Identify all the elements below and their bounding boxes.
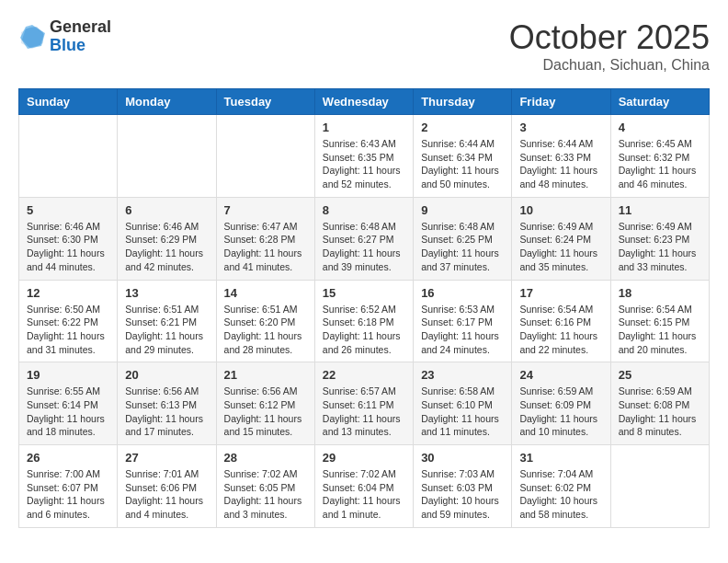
- day-number: 10: [519, 203, 602, 217]
- day-number: 19: [27, 368, 109, 382]
- calendar-cell: 23Sunrise: 6:58 AM Sunset: 6:10 PM Dayli…: [414, 362, 512, 445]
- calendar-cell: 18Sunrise: 6:54 AM Sunset: 6:15 PM Dayli…: [610, 280, 709, 362]
- day-number: 5: [27, 203, 109, 217]
- day-info: Sunrise: 6:49 AM Sunset: 6:24 PM Dayligh…: [519, 220, 602, 274]
- location: Dachuan, Sichuan, China: [509, 57, 710, 74]
- day-number: 3: [519, 121, 602, 134]
- calendar-cell: 31Sunrise: 7:04 AM Sunset: 6:02 PM Dayli…: [512, 445, 610, 528]
- day-info: Sunrise: 6:56 AM Sunset: 6:13 PM Dayligh…: [125, 385, 208, 439]
- day-of-week-header: Saturday: [610, 89, 709, 115]
- calendar-cell: [19, 115, 118, 198]
- calendar-cell: 16Sunrise: 6:53 AM Sunset: 6:17 PM Dayli…: [414, 280, 512, 362]
- day-info: Sunrise: 6:48 AM Sunset: 6:25 PM Dayligh…: [421, 220, 504, 274]
- calendar-week-row: 12Sunrise: 6:50 AM Sunset: 6:22 PM Dayli…: [19, 280, 710, 362]
- day-info: Sunrise: 6:44 AM Sunset: 6:34 PM Dayligh…: [421, 137, 504, 191]
- day-info: Sunrise: 6:46 AM Sunset: 6:29 PM Dayligh…: [125, 220, 208, 274]
- day-info: Sunrise: 6:54 AM Sunset: 6:15 PM Dayligh…: [619, 303, 701, 357]
- day-info: Sunrise: 6:56 AM Sunset: 6:12 PM Dayligh…: [224, 385, 307, 439]
- day-info: Sunrise: 7:01 AM Sunset: 6:06 PM Dayligh…: [125, 467, 208, 522]
- calendar-cell: 26Sunrise: 7:00 AM Sunset: 6:07 PM Dayli…: [19, 445, 118, 528]
- day-info: Sunrise: 6:52 AM Sunset: 6:18 PM Dayligh…: [323, 303, 405, 357]
- calendar-cell: 14Sunrise: 6:51 AM Sunset: 6:20 PM Dayli…: [216, 280, 314, 362]
- day-number: 9: [421, 203, 504, 217]
- svg-marker-2: [20, 25, 45, 49]
- day-info: Sunrise: 6:55 AM Sunset: 6:14 PM Dayligh…: [27, 385, 109, 439]
- day-info: Sunrise: 6:57 AM Sunset: 6:11 PM Dayligh…: [323, 385, 405, 439]
- day-info: Sunrise: 6:48 AM Sunset: 6:27 PM Dayligh…: [323, 220, 405, 274]
- calendar-cell: [216, 115, 314, 198]
- day-info: Sunrise: 6:51 AM Sunset: 6:21 PM Dayligh…: [125, 303, 208, 357]
- calendar-cell: 12Sunrise: 6:50 AM Sunset: 6:22 PM Dayli…: [19, 280, 118, 362]
- calendar-header-row: SundayMondayTuesdayWednesdayThursdayFrid…: [19, 89, 710, 115]
- calendar-cell: 27Sunrise: 7:01 AM Sunset: 6:06 PM Dayli…: [118, 445, 216, 528]
- day-number: 11: [619, 203, 701, 217]
- day-info: Sunrise: 6:44 AM Sunset: 6:33 PM Dayligh…: [519, 137, 602, 191]
- calendar: SundayMondayTuesdayWednesdayThursdayFrid…: [18, 88, 710, 528]
- logo-blue: Blue: [50, 37, 111, 55]
- day-of-week-header: Monday: [118, 89, 216, 115]
- day-of-week-header: Wednesday: [314, 89, 413, 115]
- calendar-week-row: 1Sunrise: 6:43 AM Sunset: 6:35 PM Daylig…: [19, 115, 710, 198]
- calendar-week-row: 26Sunrise: 7:00 AM Sunset: 6:07 PM Dayli…: [19, 445, 710, 528]
- day-number: 16: [421, 286, 504, 300]
- day-number: 25: [619, 368, 701, 382]
- calendar-cell: 22Sunrise: 6:57 AM Sunset: 6:11 PM Dayli…: [314, 362, 413, 445]
- calendar-cell: 8Sunrise: 6:48 AM Sunset: 6:27 PM Daylig…: [314, 197, 413, 280]
- day-info: Sunrise: 6:59 AM Sunset: 6:09 PM Dayligh…: [519, 385, 602, 439]
- day-number: 30: [421, 451, 504, 465]
- day-info: Sunrise: 6:46 AM Sunset: 6:30 PM Dayligh…: [27, 220, 109, 274]
- day-info: Sunrise: 6:45 AM Sunset: 6:32 PM Dayligh…: [619, 137, 701, 191]
- day-info: Sunrise: 6:58 AM Sunset: 6:10 PM Dayligh…: [421, 385, 504, 439]
- day-number: 2: [421, 121, 504, 134]
- day-number: 20: [125, 368, 208, 382]
- day-number: 12: [27, 286, 109, 300]
- day-info: Sunrise: 6:50 AM Sunset: 6:22 PM Dayligh…: [27, 303, 109, 357]
- calendar-cell: 9Sunrise: 6:48 AM Sunset: 6:25 PM Daylig…: [414, 197, 512, 280]
- month-title: October 2025: [509, 18, 710, 57]
- day-info: Sunrise: 7:03 AM Sunset: 6:03 PM Dayligh…: [421, 467, 504, 522]
- day-of-week-header: Sunday: [19, 89, 118, 115]
- calendar-cell: [610, 445, 709, 528]
- day-number: 4: [619, 121, 701, 134]
- calendar-cell: 10Sunrise: 6:49 AM Sunset: 6:24 PM Dayli…: [512, 197, 610, 280]
- day-info: Sunrise: 7:02 AM Sunset: 6:04 PM Dayligh…: [323, 467, 405, 522]
- calendar-cell: 5Sunrise: 6:46 AM Sunset: 6:30 PM Daylig…: [19, 197, 118, 280]
- day-info: Sunrise: 7:04 AM Sunset: 6:02 PM Dayligh…: [519, 467, 602, 522]
- day-number: 18: [619, 286, 701, 300]
- day-of-week-header: Friday: [512, 89, 610, 115]
- day-info: Sunrise: 6:51 AM Sunset: 6:20 PM Dayligh…: [224, 303, 307, 357]
- day-info: Sunrise: 7:02 AM Sunset: 6:05 PM Dayligh…: [224, 467, 307, 522]
- day-number: 8: [323, 203, 405, 217]
- day-number: 14: [224, 286, 307, 300]
- day-info: Sunrise: 6:53 AM Sunset: 6:17 PM Dayligh…: [421, 303, 504, 357]
- calendar-cell: 3Sunrise: 6:44 AM Sunset: 6:33 PM Daylig…: [512, 115, 610, 198]
- day-number: 31: [519, 451, 602, 465]
- day-number: 15: [323, 286, 405, 300]
- day-info: Sunrise: 6:49 AM Sunset: 6:23 PM Dayligh…: [619, 220, 701, 274]
- calendar-cell: [118, 115, 216, 198]
- day-info: Sunrise: 6:43 AM Sunset: 6:35 PM Dayligh…: [323, 137, 405, 191]
- logo: General Blue: [18, 18, 111, 55]
- day-number: 6: [125, 203, 208, 217]
- calendar-cell: 7Sunrise: 6:47 AM Sunset: 6:28 PM Daylig…: [216, 197, 314, 280]
- calendar-cell: 13Sunrise: 6:51 AM Sunset: 6:21 PM Dayli…: [118, 280, 216, 362]
- day-number: 1: [323, 121, 405, 134]
- day-number: 21: [224, 368, 307, 382]
- logo-text: General Blue: [50, 18, 111, 55]
- day-info: Sunrise: 6:54 AM Sunset: 6:16 PM Dayligh…: [519, 303, 602, 357]
- calendar-week-row: 19Sunrise: 6:55 AM Sunset: 6:14 PM Dayli…: [19, 362, 710, 445]
- day-of-week-header: Tuesday: [216, 89, 314, 115]
- calendar-cell: 4Sunrise: 6:45 AM Sunset: 6:32 PM Daylig…: [610, 115, 709, 198]
- day-number: 26: [27, 451, 109, 465]
- calendar-cell: 6Sunrise: 6:46 AM Sunset: 6:29 PM Daylig…: [118, 197, 216, 280]
- day-info: Sunrise: 6:59 AM Sunset: 6:08 PM Dayligh…: [619, 385, 701, 439]
- title-block: October 2025 Dachuan, Sichuan, China: [509, 18, 710, 74]
- calendar-cell: 1Sunrise: 6:43 AM Sunset: 6:35 PM Daylig…: [314, 115, 413, 198]
- calendar-cell: 19Sunrise: 6:55 AM Sunset: 6:14 PM Dayli…: [19, 362, 118, 445]
- day-number: 27: [125, 451, 208, 465]
- calendar-cell: 11Sunrise: 6:49 AM Sunset: 6:23 PM Dayli…: [610, 197, 709, 280]
- calendar-cell: 21Sunrise: 6:56 AM Sunset: 6:12 PM Dayli…: [216, 362, 314, 445]
- day-number: 24: [519, 368, 602, 382]
- calendar-cell: 20Sunrise: 6:56 AM Sunset: 6:13 PM Dayli…: [118, 362, 216, 445]
- calendar-cell: 2Sunrise: 6:44 AM Sunset: 6:34 PM Daylig…: [414, 115, 512, 198]
